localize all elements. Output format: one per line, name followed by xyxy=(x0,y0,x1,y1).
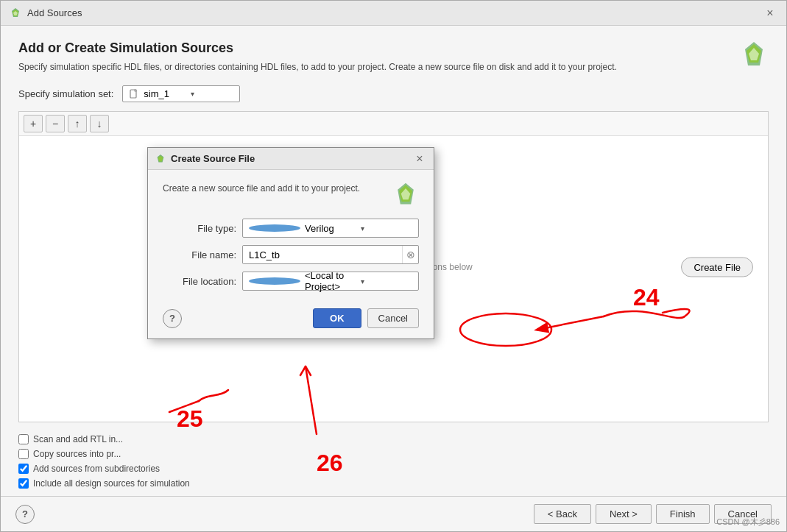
add-file-button[interactable]: + xyxy=(24,115,43,132)
add-subdirectories-label: Add sources from subdirectories xyxy=(33,464,160,474)
dialog-desc-row: Create a new source file and add it to y… xyxy=(163,182,419,208)
create-source-dialog: Create Source File × Create a new source… xyxy=(147,147,434,339)
file-name-input-row: ⊗ xyxy=(242,245,419,264)
file-type-dot xyxy=(249,224,300,232)
copy-sources-checkbox[interactable] xyxy=(18,449,29,459)
file-location-select[interactable]: <Local to Project> ▾ xyxy=(242,272,419,291)
bottom-bar: ? < Back Next > Finish Cancel xyxy=(1,496,786,531)
close-icon[interactable]: × xyxy=(763,6,777,21)
sim-set-file-icon xyxy=(129,89,139,99)
dialog-close-icon[interactable]: × xyxy=(413,152,426,166)
file-name-clear-icon[interactable]: ⊗ xyxy=(402,246,418,263)
dialog-footer: ? OK Cancel xyxy=(148,302,434,338)
vivado-logo xyxy=(739,40,769,70)
sim-set-row: Specify simulation set: sim_1 ▾ xyxy=(18,85,769,102)
remove-file-button[interactable]: − xyxy=(46,115,65,132)
file-type-select[interactable]: Verilog ▾ xyxy=(242,219,419,238)
scan-rtl-label: Scan and add RTL in... xyxy=(33,434,123,444)
sim-set-chevron: ▾ xyxy=(191,90,233,98)
move-down-button[interactable]: ↓ xyxy=(90,115,109,132)
file-location-value: <Local to Project> xyxy=(305,270,356,292)
dialog-body: Create a new source file and add it to y… xyxy=(148,170,434,302)
dialog-logo xyxy=(392,182,419,208)
sim-set-label: Specify simulation set: xyxy=(18,88,113,99)
files-toolbar: + − ↑ ↓ xyxy=(19,112,768,136)
sim-set-select[interactable]: sim_1 ▾ xyxy=(122,85,240,102)
dialog-help-button[interactable]: ? xyxy=(163,309,182,328)
page-header-text: Add or Create Simulation Sources Specify… xyxy=(18,40,617,74)
bottom-bar-left: ? xyxy=(15,505,35,524)
watermark: CSDN @木彡886 xyxy=(716,517,780,528)
dialog-action-buttons: OK Cancel xyxy=(313,308,419,328)
dialog-form: File type: Verilog ▾ File name: ⊗ File l… xyxy=(163,219,419,291)
vivado-icon xyxy=(10,7,21,19)
dialog-cancel-button[interactable]: Cancel xyxy=(367,308,419,328)
page-description: Specify simulation specific HDL files, o… xyxy=(18,60,617,74)
file-type-value: Verilog xyxy=(305,223,356,234)
page-header: Add or Create Simulation Sources Specify… xyxy=(18,40,769,74)
dialog-ok-button[interactable]: OK xyxy=(313,308,361,328)
checkboxes-area: Scan and add RTL in... Copy sources into… xyxy=(18,434,769,489)
next-button[interactable]: Next > xyxy=(596,504,652,524)
copy-sources-label: Copy sources into pr... xyxy=(33,449,121,459)
file-location-chevron: ▾ xyxy=(361,277,412,285)
scan-rtl-checkbox[interactable] xyxy=(18,434,29,444)
create-file-button[interactable]: Create File xyxy=(681,257,753,277)
file-location-label: File location: xyxy=(163,276,236,287)
dialog-title-bar: Create Source File × xyxy=(148,148,434,170)
file-location-dot xyxy=(249,277,300,285)
file-name-label: File name: xyxy=(163,249,236,260)
add-subdirectories-checkbox[interactable] xyxy=(18,464,29,474)
file-type-label: File type: xyxy=(163,223,236,234)
finish-button[interactable]: Finish xyxy=(656,504,710,524)
checkbox-row-2: Copy sources into pr... xyxy=(18,449,769,459)
include-design-sources-checkbox[interactable] xyxy=(18,478,29,489)
sim-set-value: sim_1 xyxy=(144,88,186,99)
include-design-sources-label: Include all design sources for simulatio… xyxy=(33,478,190,489)
dialog-description: Create a new source file and add it to y… xyxy=(163,182,360,195)
back-button[interactable]: < Back xyxy=(534,504,591,524)
title-bar-title: Add Sources xyxy=(27,7,82,18)
dialog-title-text: Create Source File xyxy=(171,153,255,164)
title-bar: Add Sources × xyxy=(1,1,786,26)
dialog-vivado-icon xyxy=(155,154,166,164)
file-name-input[interactable] xyxy=(243,246,402,263)
page-title: Add or Create Simulation Sources xyxy=(18,40,617,56)
file-type-chevron: ▾ xyxy=(361,224,412,233)
help-button[interactable]: ? xyxy=(15,505,35,524)
title-bar-left: Add Sources xyxy=(10,7,82,19)
move-up-button[interactable]: ↑ xyxy=(68,115,87,132)
svg-rect-7 xyxy=(135,90,136,91)
dialog-title-left: Create Source File xyxy=(155,153,255,164)
checkbox-row-1: Scan and add RTL in... xyxy=(18,434,769,444)
checkbox-row-3: Add sources from subdirectories xyxy=(18,464,769,474)
checkbox-row-4: Include all design sources for simulatio… xyxy=(18,478,769,489)
